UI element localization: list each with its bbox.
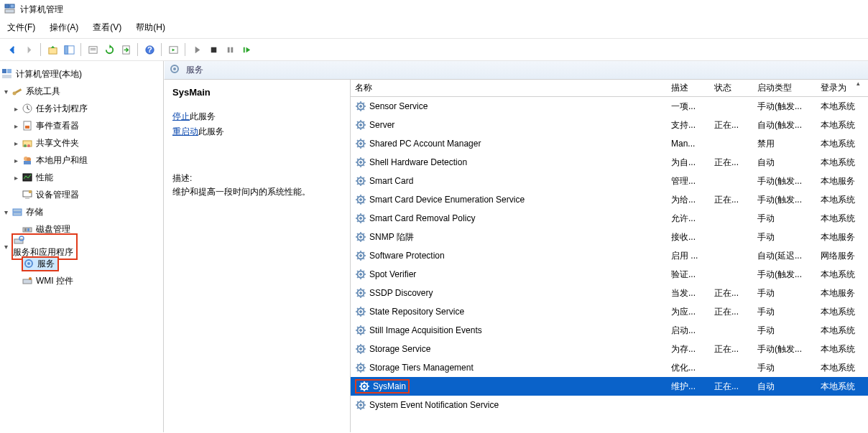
- service-name: SSDP Discovery: [351, 287, 667, 299]
- tree-services[interactable]: 服务: [0, 255, 163, 272]
- service-status: 正在...: [710, 119, 753, 131]
- restart-service-link[interactable]: 重启动: [172, 126, 198, 136]
- chevron-down-icon[interactable]: ▾: [1, 88, 10, 96]
- service-desc: 一项...: [667, 101, 710, 113]
- service-row[interactable]: Server支持...正在...自动(触发...本地系统: [351, 116, 868, 134]
- service-row[interactable]: Shell Hardware Detection为自...正在...自动本地系统: [351, 153, 868, 172]
- service-row[interactable]: SNMP 陷阱接收...手动本地服务: [351, 228, 868, 246]
- svg-rect-1: [10, 4, 14, 8]
- service-status: 正在...: [710, 381, 753, 393]
- service-row[interactable]: System Event Notification Service: [351, 396, 868, 414]
- svg-point-21: [13, 92, 17, 96]
- service-logon: 本地服务: [816, 287, 868, 299]
- service-desc: Man...: [667, 139, 710, 149]
- service-row[interactable]: Sensor Service一项...手动(触发...本地系统: [351, 97, 868, 116]
- service-row[interactable]: Spot Verifier验证...手动(触发...本地系统: [351, 265, 868, 284]
- play-button[interactable]: [189, 42, 205, 57]
- col-desc[interactable]: 描述: [667, 82, 710, 94]
- clock-icon: [22, 103, 33, 114]
- service-row[interactable]: SSDP Discovery当发...正在...手动本地服务: [351, 284, 868, 302]
- service-logon: 本地系统: [816, 269, 868, 281]
- app-icon: [4, 3, 16, 17]
- tree-performance[interactable]: ▸性能: [0, 169, 163, 186]
- service-logon: 本地服务: [816, 231, 868, 243]
- tree-local-users[interactable]: ▸本地用户和组: [0, 152, 163, 169]
- service-row[interactable]: Smart Card Device Enumeration Service为给.…: [351, 190, 868, 209]
- svg-point-27: [27, 144, 30, 147]
- service-row[interactable]: Still Image Acquisition Events启动...手动本地系…: [351, 321, 868, 340]
- sort-indicator-icon: ▴: [857, 80, 860, 87]
- back-button[interactable]: [4, 42, 20, 57]
- service-name: Storage Tiers Management: [351, 362, 667, 373]
- service-row[interactable]: Shared PC Account ManagerMan...禁用本地系统: [351, 134, 868, 153]
- service-row[interactable]: Smart Card Removal Policy允许...手动本地系统: [351, 209, 868, 228]
- tree-task-scheduler[interactable]: ▸任务计划程序: [0, 100, 163, 117]
- menu-action[interactable]: 操作(A): [50, 22, 78, 34]
- services-apps-icon: [13, 235, 24, 246]
- stop-service-link[interactable]: 停止: [172, 111, 190, 121]
- service-name: Shared PC Account Manager: [351, 138, 667, 149]
- col-name[interactable]: 名称: [351, 82, 667, 94]
- service-row[interactable]: Storage Service为存...正在...手动(触发...本地系统: [351, 340, 868, 358]
- service-row[interactable]: SysMain维护...正在...自动本地系统: [351, 377, 868, 396]
- tree-device-manager[interactable]: 设备管理器: [0, 186, 163, 203]
- service-logon: 本地系统: [816, 119, 868, 131]
- chevron-down-icon[interactable]: ▾: [1, 208, 10, 216]
- chevron-down-icon[interactable]: ▾: [1, 243, 10, 251]
- tree-services-apps[interactable]: ▾服务和应用程序: [0, 238, 163, 255]
- chevron-right-icon[interactable]: ▸: [11, 157, 20, 164]
- tree-shared-folders[interactable]: ▸共享文件夹: [0, 134, 163, 152]
- service-desc: 为自...: [667, 157, 710, 169]
- chevron-right-icon[interactable]: ▸: [11, 174, 20, 182]
- service-desc: 支持...: [667, 119, 710, 131]
- help-button[interactable]: ?: [142, 42, 157, 57]
- col-status[interactable]: 状态: [710, 82, 753, 94]
- stop-button[interactable]: [206, 42, 221, 57]
- chevron-right-icon[interactable]: ▸: [11, 122, 20, 130]
- restart-button[interactable]: [239, 42, 254, 57]
- properties-button[interactable]: [85, 42, 101, 57]
- svg-point-61: [360, 218, 362, 220]
- tree-wmi[interactable]: WMI 控件: [0, 272, 163, 289]
- chevron-right-icon[interactable]: ▸: [11, 105, 20, 113]
- chevron-right-icon[interactable]: ▸: [11, 139, 20, 147]
- tree-root[interactable]: 计算机管理(本地): [0, 65, 163, 83]
- detail-pane-toggle[interactable]: [61, 42, 77, 57]
- up-button[interactable]: [45, 42, 60, 57]
- refresh-button[interactable]: [101, 42, 117, 57]
- service-start-type: 自动: [753, 157, 816, 169]
- service-desc: 为应...: [667, 306, 710, 318]
- menu-view[interactable]: 查看(V): [93, 22, 121, 34]
- svg-rect-40: [14, 239, 23, 243]
- forward-button[interactable]: [21, 42, 37, 57]
- pause-button[interactable]: [222, 42, 238, 57]
- service-start-type: 手动(触发...: [753, 269, 816, 281]
- svg-point-26: [24, 144, 27, 147]
- svg-rect-39: [27, 228, 29, 231]
- service-logon: 本地系统: [816, 138, 868, 150]
- window-title: 计算机管理: [20, 4, 63, 16]
- shared-folder-icon: [22, 137, 33, 149]
- menu-file[interactable]: 文件(F): [7, 22, 35, 34]
- service-row[interactable]: State Repository Service为应...正在...手动本地系统: [351, 302, 868, 321]
- service-row[interactable]: Storage Tiers Management优化...手动本地系统: [351, 358, 868, 377]
- menu-bar: 文件(F) 操作(A) 查看(V) 帮助(H): [0, 19, 868, 39]
- export-button[interactable]: [118, 42, 134, 57]
- service-list: ▴ 名称 描述 状态 启动类型 登录为 Sensor Service一项...手…: [351, 80, 868, 432]
- tree-event-viewer[interactable]: ▸事件查看器: [0, 117, 163, 134]
- tree-system-tools[interactable]: ▾系统工具: [0, 83, 163, 100]
- service-logon: 本地系统: [816, 194, 868, 206]
- svg-point-45: [29, 277, 32, 280]
- col-logon[interactable]: 登录为: [816, 82, 868, 94]
- col-start[interactable]: 启动类型: [753, 82, 816, 94]
- tree-storage[interactable]: ▾存储: [0, 203, 163, 220]
- service-name: Software Protection: [351, 250, 667, 261]
- wrench-icon: [11, 85, 23, 97]
- menu-help[interactable]: 帮助(H): [136, 22, 165, 34]
- service-start-type: 手动: [753, 287, 816, 299]
- service-row[interactable]: Smart Card管理...手动(触发...本地服务: [351, 172, 868, 190]
- svg-point-49: [360, 106, 362, 108]
- run-button[interactable]: [165, 42, 181, 57]
- service-row[interactable]: Software Protection启用 ...自动(延迟...网络服务: [351, 246, 868, 265]
- service-start-type: 手动: [753, 213, 816, 225]
